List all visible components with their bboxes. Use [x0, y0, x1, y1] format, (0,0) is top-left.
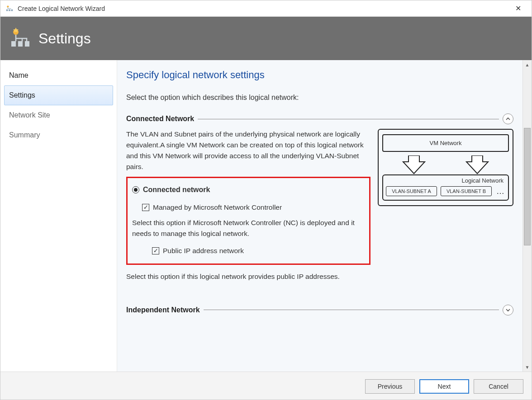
section-connected-header: Connected Network	[126, 113, 513, 124]
section-rule	[204, 310, 499, 310]
header-banner: Settings	[0, 17, 532, 60]
managed-by-nc-label: Managed by Microsoft Network Controller	[153, 202, 282, 213]
diagram-column: VM Network Logical Network	[378, 129, 513, 288]
content: Specify logical network settings Select …	[117, 60, 522, 372]
header-icon	[10, 28, 31, 49]
managed-by-nc-description: Select this option if Microsoft Network …	[132, 217, 365, 239]
diagram-logical-box: Logical Network VLAN-SUBNET A VLAN-SUBNE…	[382, 174, 509, 201]
sidebar-item-settings[interactable]: Settings	[4, 85, 113, 105]
section-connected-body: The VLAN and Subnet pairs of the underly…	[126, 129, 513, 288]
section-connected-description: The VLAN and Subnet pairs of the underly…	[126, 129, 370, 172]
diagram-vlan-row: VLAN-SUBNET A VLAN-SUBNET B …	[386, 186, 505, 196]
diagram-vlan-a: VLAN-SUBNET A	[386, 186, 437, 196]
diagram-logical-label: Logical Network	[462, 177, 504, 184]
section-connected-title: Connected Network	[126, 115, 194, 123]
collapse-connected-button[interactable]	[503, 113, 513, 124]
sidebar-item-network-site[interactable]: Network Site	[4, 105, 113, 125]
scroll-down-button[interactable]: ▼	[523, 362, 532, 372]
managed-by-nc-checkbox-row[interactable]: ✓ Managed by Microsoft Network Controlle…	[142, 202, 365, 213]
section-rule	[198, 119, 499, 119]
connected-network-radio[interactable]	[132, 186, 139, 193]
arrow-down-icon	[400, 155, 428, 174]
close-button[interactable]: ✕	[509, 4, 527, 13]
app-icon	[5, 4, 14, 13]
cancel-button[interactable]: Cancel	[474, 379, 523, 394]
sidebar-item-name[interactable]: Name	[4, 66, 113, 85]
body: Name Settings Network Site Summary Speci…	[0, 60, 532, 372]
svg-rect-7	[18, 41, 23, 47]
diagram-vmnet-box: VM Network	[382, 134, 509, 152]
page-heading: Specify logical network settings	[126, 69, 513, 81]
svg-rect-8	[25, 41, 29, 47]
scroll-track[interactable]	[523, 69, 532, 362]
expand-independent-button[interactable]	[503, 305, 513, 315]
scroll-up-button[interactable]: ▲	[523, 60, 532, 69]
public-ip-checkbox-row[interactable]: ✓ Public IP address network	[152, 245, 365, 256]
highlight-box: Connected network ✓ Managed by Microsoft…	[126, 177, 370, 265]
sidebar-item-summary[interactable]: Summary	[4, 125, 113, 145]
svg-rect-2	[9, 9, 10, 11]
header-title: Settings	[38, 30, 91, 47]
public-ip-description: Select this option if this logical netwo…	[126, 271, 370, 282]
section-independent-title: Independent Network	[126, 306, 200, 314]
public-ip-checkbox[interactable]: ✓	[152, 247, 159, 254]
connected-network-radio-row[interactable]: Connected network	[132, 184, 365, 196]
diagram-vlan-b: VLAN-SUBNET B	[441, 186, 492, 196]
previous-button[interactable]: Previous	[365, 379, 415, 394]
network-diagram: VM Network Logical Network	[378, 129, 513, 206]
footer: Previous Next Cancel	[0, 372, 532, 400]
scroll-thumb[interactable]	[524, 128, 531, 245]
instruction-text: Select the option which describes this l…	[126, 94, 513, 102]
svg-point-0	[7, 5, 9, 7]
section-independent-header: Independent Network	[126, 305, 513, 315]
svg-rect-6	[11, 41, 16, 47]
diagram-ellipsis: …	[495, 187, 505, 196]
managed-by-nc-checkbox[interactable]: ✓	[142, 204, 149, 211]
connected-network-radio-label: Connected network	[143, 184, 210, 196]
content-area: Specify logical network settings Select …	[117, 60, 532, 372]
section-connected-text: The VLAN and Subnet pairs of the underly…	[126, 129, 370, 288]
next-button[interactable]: Next	[419, 379, 469, 394]
titlebar: Create Logical Network Wizard ✕	[0, 0, 532, 17]
sidebar: Name Settings Network Site Summary	[0, 60, 117, 372]
window-title: Create Logical Network Wizard	[18, 5, 509, 12]
arrow-down-icon	[464, 155, 491, 174]
diagram-arrows	[382, 155, 509, 174]
svg-rect-3	[11, 9, 13, 11]
svg-rect-1	[6, 9, 8, 11]
public-ip-label: Public IP address network	[163, 245, 244, 256]
vertical-scrollbar[interactable]: ▲ ▼	[522, 60, 532, 372]
